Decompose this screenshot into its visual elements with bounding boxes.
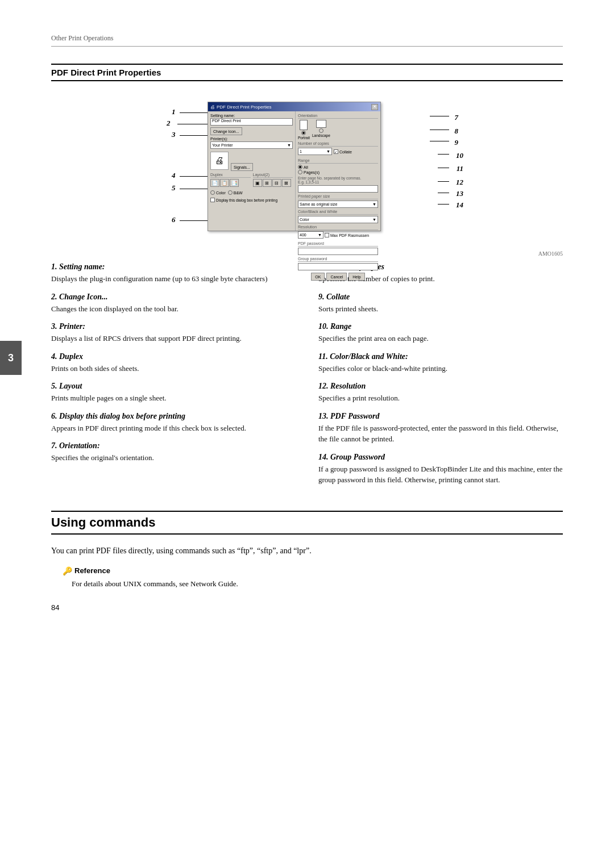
page: 3 Other Print Operations PDF Direct Prin…: [0, 0, 614, 635]
change-icon-button[interactable]: Change Icon...: [210, 127, 242, 135]
radio-dot-2[interactable]: [228, 190, 233, 195]
desc-heading-3: 3. Printer:: [51, 322, 296, 331]
layout-icon-1[interactable]: ▣: [253, 179, 262, 187]
layout-icon-4[interactable]: ⊠: [282, 179, 291, 187]
group-password-label: Group password: [298, 257, 378, 262]
desc-heading-10: 10. Range: [318, 322, 563, 331]
dialog-left-panel: Setting name: PDF Direct Print Change Ic…: [208, 111, 296, 231]
callout-11-line: [438, 168, 449, 168]
duplex-icons: 📄 📋 📑: [210, 179, 251, 187]
desc-item-12: 12. Resolution Specifies a print resolut…: [318, 382, 563, 404]
callout-6: 6: [172, 215, 176, 224]
landscape-radio-dot[interactable]: [319, 128, 323, 133]
group-password-input[interactable]: [298, 263, 378, 270]
layout-icon-2[interactable]: ⊞: [263, 179, 272, 187]
paper-size-label: Printed paper size: [298, 194, 378, 199]
reference-title: 🔑 Reference: [63, 566, 563, 575]
ok-button[interactable]: OK: [311, 273, 325, 281]
layout-icons: ▣ ⊞ ⊟ ⊠: [253, 179, 293, 187]
desc-item-3: 3. Printer: Displays a list of RPCS driv…: [51, 322, 296, 344]
display-checkbox-row: Display this dialog box before printing: [210, 198, 293, 202]
section-title: PDF Direct Print Properties: [51, 68, 563, 77]
duplex-icon-1[interactable]: 📄: [210, 179, 219, 187]
resolution-row: 400 ▼ Max PDF Rasmussen: [298, 231, 378, 240]
desc-body-4: Prints on both sides of sheets.: [51, 363, 296, 374]
desc-body-14: If a group password is assigned to DeskT…: [318, 464, 563, 486]
desc-item-4: 4. Duplex Prints on both sides of sheets…: [51, 352, 296, 374]
desc-heading-12: 12. Resolution: [318, 382, 563, 391]
range-pages-dot[interactable]: [298, 170, 302, 174]
callout-7-line: [430, 116, 449, 116]
desc-item-2: 2. Change Icon... Changes the icon displ…: [51, 293, 296, 315]
pdf-password-input[interactable]: [298, 248, 378, 255]
signals-button[interactable]: Signals...: [231, 163, 253, 171]
reference-body: For details about UNIX commands, see Net…: [72, 578, 563, 590]
desc-columns: 1. Setting name: Displays the plug-in co…: [51, 262, 563, 494]
callout-1-line: [180, 112, 208, 113]
dialog-right-panel: Orientation Portrait: [296, 111, 380, 231]
radio-label-2: B&W: [234, 191, 243, 195]
landscape-label: Landscape: [312, 133, 330, 137]
callout-14-line: [438, 204, 449, 205]
max-pdf-box[interactable]: [325, 233, 329, 237]
duplex-icon-3[interactable]: 📑: [230, 179, 239, 187]
reference-label: Reference: [74, 566, 110, 575]
desc-col-right: 8. Number of copies Specifies the number…: [318, 262, 563, 494]
printer-icon: 🖨: [210, 152, 229, 170]
duplex-icon-2[interactable]: 📋: [220, 179, 229, 187]
desc-heading-13: 13. PDF Password: [318, 412, 563, 421]
portrait-radio: [301, 131, 306, 135]
dialog-body: Setting name: PDF Direct Print Change Ic…: [208, 111, 380, 231]
desc-body-7: Specifies the original's orientation.: [51, 452, 296, 464]
radio-dot-1[interactable]: [210, 190, 215, 195]
dialog-close-icon[interactable]: ✕: [371, 104, 378, 110]
dialog-title-area: 🖨 PDF Direct Print Properties: [210, 105, 271, 110]
callout-13: 13: [456, 189, 463, 198]
layout-icon-3[interactable]: ⊟: [272, 179, 281, 187]
callout-14: 14: [456, 201, 463, 210]
collate-check-box[interactable]: ✓: [334, 149, 338, 154]
desc-item-9: 9. Collate Sorts printed sheets.: [318, 293, 563, 315]
chapter-number: 3: [8, 352, 14, 364]
printer-dropdown[interactable]: Your Printer ▼: [210, 141, 293, 149]
printer-value: Your Printer: [212, 143, 233, 147]
setting-name-label: Setting name:: [210, 114, 293, 118]
display-checkbox-label: Display this dialog box before printing: [216, 198, 277, 202]
cancel-button[interactable]: Cancel: [326, 273, 347, 281]
copies-row: 1 ▼ ✓ Collate: [298, 148, 378, 157]
using-commands-body: You can print PDF files directly, using …: [51, 545, 563, 557]
pdf-password-label: PDF password: [298, 241, 378, 247]
radio-right: B&W: [228, 190, 243, 195]
copies-dropdown[interactable]: 1 ▼: [298, 148, 332, 155]
callout-9-line: [430, 141, 449, 141]
resolution-dropdown[interactable]: 400 ▼: [298, 231, 323, 239]
desc-item-1: 1. Setting name: Displays the plug-in co…: [51, 262, 296, 285]
landscape-option: Landscape: [312, 120, 330, 140]
range-all-dot[interactable]: [298, 165, 302, 169]
color-bw-arrow-icon: ▼: [372, 218, 376, 222]
radio-row: Color B&W: [210, 190, 293, 195]
dropdown-arrow-icon: ▼: [287, 143, 291, 147]
resolution-value: 400: [300, 233, 306, 237]
desc-body-1: Displays the plug-in configuration name …: [51, 273, 296, 285]
callout-7: 7: [455, 113, 459, 122]
section-title-box: PDF Direct Print Properties: [51, 64, 563, 81]
callout-6-line: [180, 220, 208, 221]
desc-heading-9: 9. Collate: [318, 293, 563, 302]
color-bw-dropdown[interactable]: Color ▼: [298, 216, 378, 223]
duplex-layout-row: Duplex 📄 📋 📑 Layout(2) ▣ ⊞: [210, 173, 293, 189]
setting-name-input[interactable]: PDF Direct Print: [210, 118, 293, 126]
portrait-option: Portrait: [298, 120, 310, 140]
desc-body-13: If the PDF file is password-protected, e…: [318, 423, 563, 445]
display-checkbox-box[interactable]: [210, 198, 215, 202]
callout-4-line: [180, 176, 208, 177]
paper-size-dropdown[interactable]: Same as original size ▼: [298, 201, 378, 208]
desc-heading-7: 7. Orientation:: [51, 441, 296, 450]
orientation-label: Orientation: [298, 114, 378, 119]
help-button[interactable]: Help: [349, 273, 364, 281]
callout-12: 12: [456, 178, 463, 187]
portrait-radio-dot[interactable]: [301, 131, 306, 135]
radio-label-1: Color: [216, 191, 226, 195]
dialog-icon: 🖨: [210, 105, 215, 110]
pages-input[interactable]: [298, 185, 378, 193]
